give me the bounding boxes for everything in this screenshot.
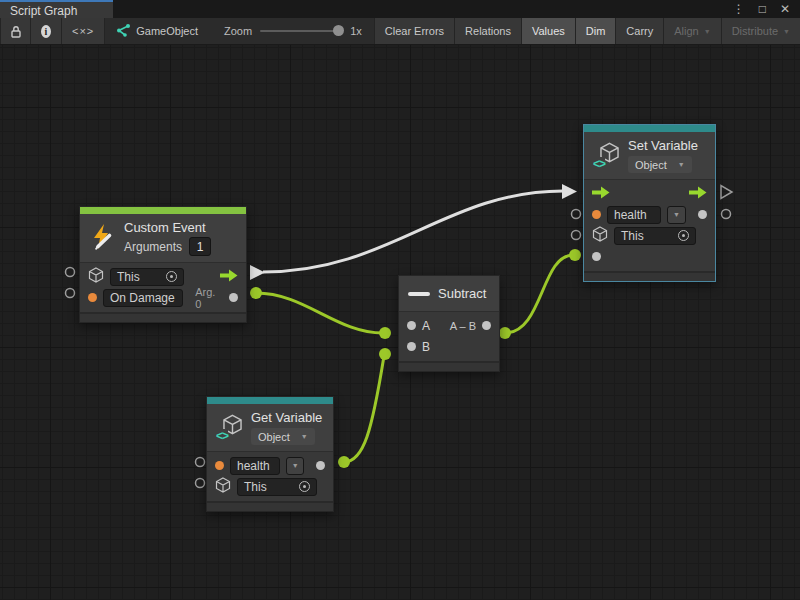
flow-output-arrow-icon[interactable]	[250, 265, 265, 280]
variable-name-field[interactable]: health	[230, 457, 280, 475]
lock-button[interactable]	[0, 18, 31, 44]
wire-endpoint[interactable]	[338, 456, 350, 468]
lock-icon	[10, 25, 22, 38]
cube-icon	[592, 226, 608, 245]
flow-out-arrow-icon[interactable]	[689, 186, 707, 202]
node-header: Subtract	[399, 276, 499, 312]
input-a-label: A	[422, 319, 430, 333]
variable-name-field[interactable]: health	[607, 206, 661, 224]
node-body: This On Damage Arg	[80, 263, 246, 312]
close-icon[interactable]: ✕	[780, 3, 790, 15]
arguments-input[interactable]: 1	[189, 237, 211, 256]
target-field[interactable]: This	[614, 227, 696, 245]
variable-name-dropdown-button[interactable]: ▼	[667, 206, 686, 224]
node-subtract[interactable]: Subtract A A – B B	[398, 275, 500, 372]
values-toggle[interactable]: Values	[522, 18, 576, 44]
chevron-down-icon: ▼	[783, 28, 790, 35]
node-body: health ▼ This	[207, 452, 333, 501]
node-title: Custom Event	[124, 220, 211, 235]
chevron-down-icon: ▼	[673, 211, 680, 218]
variable-color-bar	[584, 125, 715, 132]
align-dropdown[interactable]: Align ▼	[664, 18, 721, 44]
event-color-bar	[80, 207, 246, 214]
event-name-field[interactable]: On Damage	[103, 289, 183, 307]
node-header: <> Set Variable Object ▼	[584, 132, 715, 180]
target-picker-icon[interactable]	[299, 481, 310, 492]
target-field[interactable]: This	[110, 268, 184, 286]
flow-port-outer[interactable]	[721, 186, 732, 199]
window-menu-icon[interactable]: ⋮	[733, 3, 745, 15]
arg0-label: Arg. 0	[195, 286, 223, 310]
port-outer[interactable]	[572, 231, 581, 240]
input-b-label: B	[422, 340, 430, 354]
relations-button[interactable]: Relations	[455, 18, 522, 44]
wire-subtract-setvariable-value[interactable]	[505, 255, 573, 333]
port-outer[interactable]	[572, 210, 581, 219]
node-title: Subtract	[438, 286, 486, 301]
wire-getvariable-subtract-b[interactable]	[344, 356, 384, 462]
port-outer[interactable]	[66, 268, 75, 277]
output-port[interactable]	[698, 210, 707, 219]
port-outer[interactable]	[196, 458, 205, 467]
code-view-button[interactable]: <×>	[62, 18, 105, 44]
zoom-slider[interactable]	[260, 30, 342, 32]
flow-in-arrow-icon[interactable]	[592, 186, 610, 202]
graph-target[interactable]: GameObject	[105, 18, 208, 44]
clear-errors-button[interactable]: Clear Errors	[374, 18, 455, 44]
graph-canvas[interactable]: Custom Event Arguments 1 This	[0, 45, 800, 600]
info-button[interactable]: i	[31, 18, 62, 44]
node-custom-event[interactable]: Custom Event Arguments 1 This	[79, 206, 247, 323]
tab-label: Script Graph	[10, 4, 77, 18]
chevron-down-icon: ▼	[678, 161, 685, 168]
node-footer	[207, 501, 333, 511]
node-footer	[584, 271, 715, 281]
port-outer[interactable]	[66, 289, 75, 298]
value-port[interactable]	[88, 293, 97, 302]
target-picker-icon[interactable]	[166, 271, 177, 282]
node-get-variable[interactable]: <> Get Variable Object ▼ health	[206, 396, 334, 512]
output-port[interactable]	[482, 321, 491, 330]
node-body: health ▼ This	[584, 180, 715, 271]
variable-scope-dropdown[interactable]: Object ▼	[251, 428, 315, 445]
variable-scope-dropdown[interactable]: Object ▼	[628, 156, 692, 173]
target-field[interactable]: This	[237, 478, 317, 496]
target-picker-icon[interactable]	[678, 230, 689, 241]
wire-arg0-subtract-a[interactable]	[256, 293, 383, 333]
wire-flow-customevent-setvariable[interactable]	[263, 191, 563, 272]
wire-endpoint[interactable]	[569, 249, 581, 261]
gameobject-icon	[115, 24, 130, 39]
variable-color-bar	[207, 397, 333, 404]
arg0-output-port[interactable]	[229, 293, 238, 302]
variable-name-dropdown-button[interactable]: ▼	[286, 457, 304, 475]
wire-endpoint[interactable]	[379, 348, 391, 360]
port-outer[interactable]	[722, 210, 731, 219]
wire-endpoint[interactable]	[379, 327, 391, 339]
output-port[interactable]	[316, 461, 325, 470]
chevron-down-icon: ▼	[301, 433, 308, 440]
gameobject-label: GameObject	[136, 25, 198, 37]
zoom-slider-knob[interactable]	[333, 25, 344, 36]
port-outer[interactable]	[196, 479, 205, 488]
wire-endpoint[interactable]	[250, 287, 262, 299]
script-graph-window: Script Graph ⋮ □ ✕ i <×>	[0, 0, 800, 600]
value-input-port[interactable]	[592, 252, 601, 261]
subtract-icon	[408, 292, 430, 296]
wire-endpoint[interactable]	[499, 327, 511, 339]
distribute-dropdown[interactable]: Distribute ▼	[722, 18, 800, 44]
node-title: Get Variable	[251, 410, 322, 425]
dim-toggle[interactable]: Dim	[576, 18, 617, 44]
value-port[interactable]	[592, 210, 601, 219]
flow-input-arrow-icon[interactable]	[562, 184, 577, 199]
node-header: <> Get Variable Object ▼	[207, 404, 333, 452]
maximize-icon[interactable]: □	[759, 3, 766, 15]
input-b-port[interactable]	[407, 342, 416, 351]
tab-script-graph[interactable]: Script Graph	[0, 0, 113, 18]
carry-toggle[interactable]: Carry	[616, 18, 664, 44]
arguments-label: Arguments	[124, 240, 182, 254]
flow-arrow-icon[interactable]	[220, 269, 238, 285]
variable-icon: <>	[216, 414, 243, 441]
node-set-variable[interactable]: <> Set Variable Object ▼	[583, 124, 716, 282]
input-a-port[interactable]	[407, 321, 416, 330]
value-port[interactable]	[215, 461, 224, 470]
chevron-down-icon: ▼	[704, 28, 711, 35]
